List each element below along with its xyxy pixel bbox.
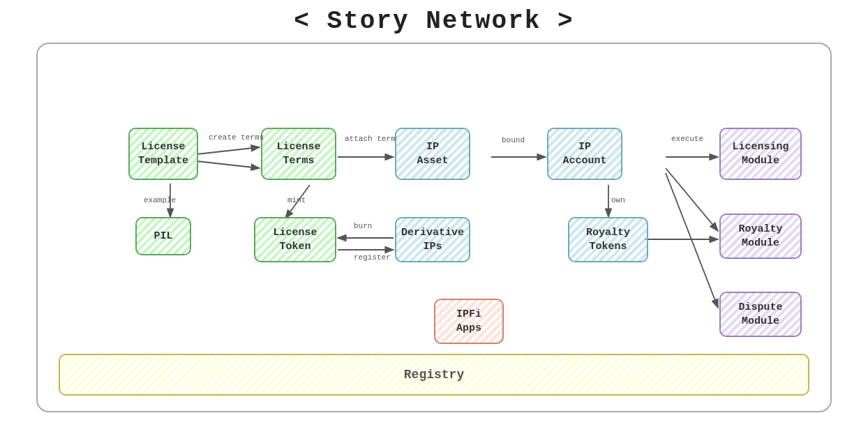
label-register: register	[354, 253, 391, 262]
node-royalty-module: Royalty Module	[719, 214, 802, 259]
label-own: own	[611, 196, 625, 204]
node-pil: PIL	[135, 217, 191, 255]
svg-line-3	[197, 161, 260, 168]
node-licensing-module: Licensing Module	[719, 128, 802, 180]
node-ip-asset: IP Asset	[395, 128, 470, 180]
svg-line-2	[197, 147, 260, 154]
node-ipfi-apps: IPFi Apps	[434, 299, 504, 344]
label-create-terms: create terms	[209, 133, 264, 142]
registry-bar: Registry	[59, 354, 809, 396]
node-royalty-tokens: Royalty Tokens	[568, 217, 648, 262]
node-license-terms: License Terms	[261, 128, 336, 180]
node-license-template: License Template	[128, 128, 198, 180]
label-mint: mint	[287, 196, 306, 204]
svg-line-13	[666, 173, 718, 308]
node-dispute-module: Dispute Module	[719, 292, 802, 337]
label-execute: execute	[671, 135, 703, 143]
diagram-container: create terms example attach term mint bo…	[36, 43, 832, 412]
node-license-token: License Token	[254, 217, 336, 262]
label-example: example	[144, 196, 176, 204]
page-title: < Story Network >	[294, 7, 574, 43]
svg-line-12	[666, 168, 718, 231]
label-burn: burn	[354, 222, 372, 230]
label-bound: bound	[502, 136, 525, 144]
node-ip-account: IP Account	[547, 128, 622, 180]
node-derivative-ips: Derivative IPs	[395, 217, 470, 262]
label-attach-term: attach term	[345, 135, 396, 143]
